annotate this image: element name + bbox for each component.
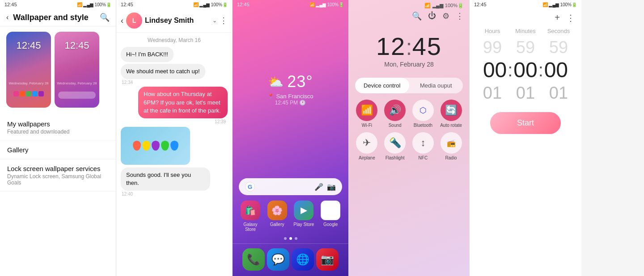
app-google[interactable]: Google [319, 201, 342, 232]
timer-scroll-area[interactable]: 99 59 59 00 : 00 : 00 01 01 01 [470, 34, 581, 106]
time-5: 12:45 [474, 2, 487, 7]
message-bubble-2: We should meet to catch up! [121, 64, 205, 79]
menu-my-wallpapers[interactable]: My wallpapers Featured and downloaded [0, 115, 116, 141]
preview-date-1: Wednesday, February 28 [6, 81, 51, 85]
dock-phone[interactable]: 📞 [242, 248, 265, 271]
qp-autorotate[interactable]: 🔄 Auto rotate [439, 100, 463, 128]
minutes-above: 59 [509, 37, 542, 58]
status-icons-2: 📶 ▂▄▆ 100%🔋 [193, 2, 228, 7]
message-bubble-3: How about on Thursday at 6PM? If you are… [138, 87, 228, 118]
qp-bluetooth[interactable]: ⬡ Bluetooth [411, 100, 435, 128]
dock-messages[interactable]: 💬 [267, 248, 289, 271]
flashlight-control-icon: 🔦 [384, 132, 406, 154]
msg-time-2: 12:34 [122, 80, 226, 85]
qp-date: Mon, February 28 [349, 61, 469, 75]
time-3: 12:45 [237, 2, 250, 7]
menu-gallery[interactable]: Gallery [0, 141, 116, 159]
tab-media-output[interactable]: Media ouput [409, 78, 463, 93]
hours-below: 01 [476, 83, 509, 103]
message-flow: Wednesday, March 16 Hi~! I'm BACK!!! We … [116, 33, 232, 197]
flashlight-control-label: Flashlight [386, 155, 405, 160]
timer-header: + ⋮ [470, 9, 581, 25]
app-galaxy-store[interactable]: 🛍️ Galaxy Store [239, 201, 262, 232]
power-icon-qp[interactable]: ⏻ [428, 11, 436, 21]
google-label: Google [323, 222, 338, 227]
time-2: 12:45 [121, 2, 133, 7]
timer-menu-icon[interactable]: ⋮ [566, 13, 575, 23]
qp-airplane[interactable]: ✈ Airplane [355, 132, 379, 160]
contact-chevron[interactable]: ⌄ [212, 17, 217, 24]
app-gallery[interactable]: 🌸 Gallery [266, 201, 289, 232]
dock-browser[interactable]: 🌐 [292, 248, 314, 271]
time-1: 12:45 [4, 2, 17, 7]
temperature: 23° [287, 72, 313, 91]
signal-icon-2: ▂▄▆ [199, 2, 210, 7]
sound-control-label: Sound [389, 123, 402, 128]
qp-sound[interactable]: 🔊 Sound [383, 100, 407, 128]
timer-row-above: 99 59 59 [476, 37, 575, 58]
back-button-2[interactable]: ‹ [121, 16, 123, 25]
weather-icon: ⛅ [268, 75, 284, 89]
lens-icon[interactable]: 📷 [327, 183, 336, 191]
timer-add-icon[interactable]: + [555, 13, 560, 23]
wallpaper-preview-1[interactable]: 12:45 Wednesday, February 28 [6, 32, 51, 108]
qp-wifi-icon: 📶 [424, 3, 431, 8]
nfc-control-label: NFC [419, 155, 428, 160]
dock-camera[interactable]: 📷 [316, 248, 339, 271]
wifi-icon-2: 📶 [193, 2, 199, 7]
qp-status-icons: 📶 ▂▄▆ 100%🔋 [424, 3, 464, 8]
signal-icon-3: ▂▄▆ [316, 2, 326, 7]
play-store-icon: ▶ [294, 201, 314, 220]
mic-icon[interactable]: 🎤 [314, 183, 323, 191]
status-bar-2: 12:45 📶 ▂▄▆ 100%🔋 [116, 0, 232, 9]
preview-search-2 [56, 92, 97, 99]
wifi-control-label: Wi-Fi [362, 123, 372, 128]
dots-icon-qp[interactable]: ⋮ [456, 11, 464, 21]
hours-above: 99 [476, 37, 509, 58]
qp-tabs: Device control Media ouput [355, 78, 463, 93]
qp-clock-widget: 12 : 45 Mon, February 28 [349, 23, 469, 78]
message-image [121, 127, 190, 165]
message-menu-button[interactable]: ⋮ [220, 16, 228, 25]
screen2-messaging: 12:45 📶 ▂▄▆ 100%🔋 ‹ L Lindsey Smith ⌄ ⋮ … [116, 0, 233, 276]
qp-controls-grid: 📶 Wi-Fi 🔊 Sound ⬡ Bluetooth 🔄 Auto rotat… [349, 100, 469, 167]
settings-icon-qp[interactable]: ⚙ [442, 11, 449, 21]
dot-2-active [289, 237, 292, 240]
qp-signal-icon: ▂▄▆ [432, 3, 443, 8]
dot-1 [284, 237, 287, 240]
home-search-bar[interactable]: G 🎤 📷 [239, 178, 342, 195]
search-icon-qp[interactable]: 🔍 [412, 11, 422, 21]
timer-col-labels: Hours Minutes Seconds [470, 25, 581, 34]
home-app-grid: 🛍️ Galaxy Store 🌸 Gallery ▶ Play Store G… [233, 201, 348, 237]
galaxy-store-icon: 🛍️ [241, 201, 260, 220]
message-bubble-1: Hi~! I'm BACK!!! [121, 47, 174, 62]
back-button-1[interactable]: ‹ [6, 13, 8, 21]
wallpaper-preview-2[interactable]: 12:45 Wednesday, February 28 [55, 32, 99, 108]
search-button-1[interactable]: 🔍 [100, 13, 110, 22]
wallpaper-toolbar: ‹ Wallpaper and style 🔍 [0, 9, 116, 26]
message-date: Wednesday, March 16 [116, 33, 232, 46]
menu-lockscreen-services[interactable]: Lock screen wallpaper services Dynamic L… [0, 159, 116, 192]
city-row: 📍 San Francisco [267, 93, 313, 100]
qp-battery-icon: 100%🔋 [445, 3, 464, 8]
radio-control-icon: 📻 [441, 132, 462, 154]
app-play-store[interactable]: ▶ Play Store [292, 201, 316, 232]
page-indicator [233, 237, 348, 243]
qp-nfc[interactable]: ↕ NFC [411, 132, 435, 160]
sep-1: : [508, 61, 513, 79]
message-bubble-4: Sounds good. I'll see you then. [121, 167, 210, 191]
screen-title-1: Wallpaper and style [13, 13, 95, 22]
qp-wifi[interactable]: 📶 Wi-Fi [355, 100, 379, 128]
gallery-label: Gallery [270, 222, 284, 227]
status-icons-3: 📶 ▂▄▆ 100%🔋 [309, 2, 344, 7]
qp-flashlight[interactable]: 🔦 Flashlight [383, 132, 407, 160]
qp-radio[interactable]: 📻 Radio [439, 132, 463, 160]
play-store-label: Play Store [293, 222, 314, 227]
preview-apps-1 [8, 91, 49, 96]
msg-time-3: 12:39 [116, 119, 226, 124]
nfc-control-icon: ↕ [412, 132, 434, 154]
autorotate-control-icon: 🔄 [441, 100, 462, 121]
tab-device-control[interactable]: Device control [355, 78, 409, 93]
autorotate-control-label: Auto rotate [440, 123, 462, 128]
timer-start-button[interactable]: Start [490, 112, 561, 134]
